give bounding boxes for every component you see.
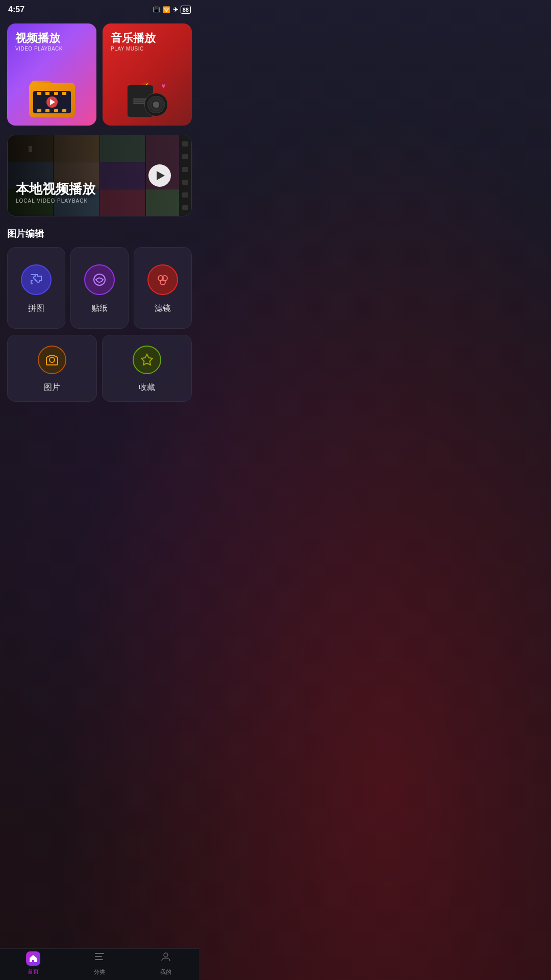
main-content: 视频播放 VIDEO PLAYBACK: [0, 17, 199, 437]
status-bar: 4:57 📳 🛜 ✈ 88: [0, 0, 199, 17]
local-video-banner[interactable]: ▐▌ 本地视频播放 LOCAL VIDEO PLAYBACK: [7, 135, 192, 216]
music-card-icon: ♪ ⚡ ♥: [111, 82, 184, 117]
svg-point-3: [160, 280, 165, 285]
filter-icon: [147, 264, 178, 295]
banner-content: 本地视频播放 LOCAL VIDEO PLAYBACK: [16, 180, 95, 204]
svg-point-4: [49, 357, 55, 362]
battery-level: 88: [183, 7, 189, 13]
video-title-en: VIDEO PLAYBACK: [15, 46, 88, 52]
music-title-en: PLAY MUSIC: [111, 46, 184, 52]
video-playback-card[interactable]: 视频播放 VIDEO PLAYBACK: [7, 23, 96, 126]
film-holes-top: [33, 91, 71, 96]
bottom-cards-row: 图片 收藏: [7, 335, 192, 402]
vibrate-icon: 📳: [153, 6, 160, 13]
favorite-icon: [133, 346, 161, 374]
wifi-icon: 🛜: [163, 6, 170, 13]
film-holes-bottom: [33, 108, 71, 113]
music-device-icon: ♪ ⚡ ♥: [127, 82, 168, 117]
music-playback-card[interactable]: 音乐播放 PLAY MUSIC ♪ ⚡ ♥: [103, 23, 192, 126]
folder-body: [29, 83, 75, 117]
folder-icon: [29, 81, 75, 117]
film-hole: [54, 92, 58, 95]
svg-marker-5: [141, 354, 153, 365]
music-title-cn: 音乐播放: [111, 32, 184, 45]
battery-indicator: 88: [181, 6, 191, 14]
banner-play-button[interactable]: [148, 164, 171, 187]
puzzle-label: 拼图: [28, 303, 44, 314]
video-card-icon: [15, 81, 88, 117]
status-time: 4:57: [8, 5, 24, 14]
film-hole: [45, 109, 49, 112]
heart-icon: ♥: [161, 82, 165, 90]
puzzle-card[interactable]: 拼图: [7, 247, 65, 329]
vinyl-record: [144, 93, 168, 116]
top-cards-row: 视频播放 VIDEO PLAYBACK: [7, 23, 192, 126]
favorite-card[interactable]: 收藏: [102, 335, 192, 402]
airplane-icon: ✈: [173, 6, 178, 13]
image-edit-section-title: 图片编辑: [7, 228, 192, 240]
film-hole: [37, 109, 41, 112]
filter-card[interactable]: 滤镜: [134, 247, 192, 329]
film-hole: [54, 109, 58, 112]
banner-title-en: LOCAL VIDEO PLAYBACK: [16, 198, 95, 204]
film-hole: [62, 92, 66, 95]
sticker-card[interactable]: 贴纸: [70, 247, 129, 329]
sticker-icon: [84, 264, 115, 295]
play-button-small: [46, 96, 58, 108]
film-hole: [45, 92, 49, 95]
film-hole: [37, 92, 41, 95]
favorite-label: 收藏: [139, 382, 155, 393]
filter-label: 滤镜: [155, 303, 171, 314]
photo-label: 图片: [44, 382, 60, 393]
sticker-label: 贴纸: [91, 303, 108, 314]
photo-icon: [38, 346, 66, 374]
film-strip-video: [33, 91, 71, 113]
play-triangle: [50, 99, 55, 105]
edit-cards-row: 拼图 贴纸 滤镜: [7, 247, 192, 329]
status-icons: 📳 🛜 ✈ 88: [153, 6, 191, 14]
video-title-cn: 视频播放: [15, 32, 88, 45]
puzzle-icon: [21, 264, 52, 295]
banner-title-cn: 本地视频播放: [16, 180, 95, 198]
banner-play-triangle: [157, 171, 165, 180]
photo-card[interactable]: 图片: [7, 335, 97, 402]
film-hole: [62, 109, 66, 112]
